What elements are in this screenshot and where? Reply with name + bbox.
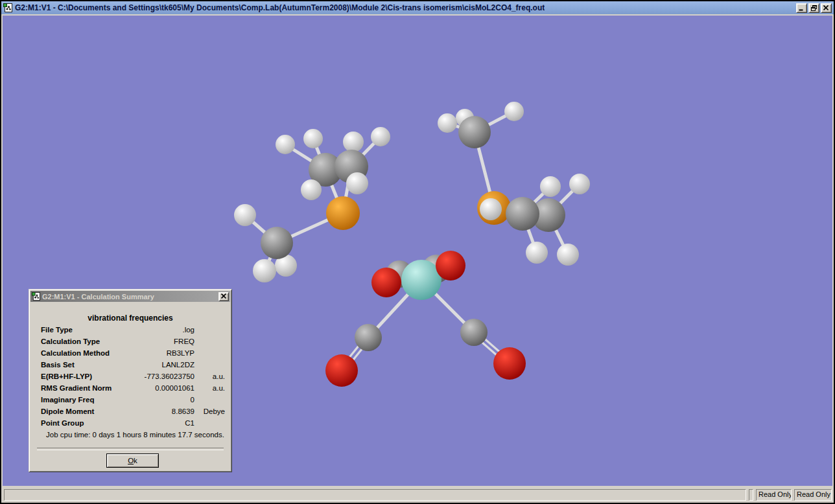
field-label: Calculation Method <box>41 349 117 357</box>
field-value: RB3LYP <box>117 349 194 357</box>
atom-p[interactable] <box>326 196 360 230</box>
atom-h[interactable] <box>504 102 524 121</box>
atom-o[interactable] <box>493 347 526 380</box>
atom-o[interactable] <box>371 268 401 297</box>
window-titlebar[interactable]: G2:M1:V1 - C:\Documents and Settings\tk6… <box>1 1 834 14</box>
restore-button[interactable] <box>808 3 819 13</box>
field-value: C1 <box>117 419 194 427</box>
dialog-close-button[interactable] <box>218 292 229 301</box>
atom-h[interactable] <box>343 132 364 152</box>
minimize-button[interactable] <box>796 3 807 13</box>
atom-c[interactable] <box>506 197 539 231</box>
field-label: Point Group <box>41 419 117 427</box>
field-unit: Debye <box>194 407 225 415</box>
atom-h[interactable] <box>276 135 295 154</box>
atom-mo[interactable] <box>401 260 441 300</box>
atom-h[interactable] <box>234 204 256 226</box>
calculation-summary-dialog: G2:M1:V1 - Calculation Summary vibration… <box>29 289 232 472</box>
atom-h[interactable] <box>526 242 548 264</box>
atom-h[interactable] <box>480 198 502 220</box>
app-icon <box>3 3 12 12</box>
status-message-panel <box>4 489 746 501</box>
dialog-icon <box>32 292 40 301</box>
field-label: E(RB+HF-LYP) <box>41 372 117 380</box>
dialog-separator <box>37 448 224 450</box>
status-bar: Read Only Read Only <box>1 487 834 503</box>
field-label: Imaginary Freq <box>41 396 117 404</box>
atom-h[interactable] <box>371 127 390 146</box>
ok-button[interactable]: Ok <box>106 453 159 468</box>
field-value: 0.00001061 <box>117 384 194 392</box>
field-label: File Type <box>41 326 117 334</box>
field-value: LANL2DZ <box>117 361 194 369</box>
summary-row: RMS Gradient Norm0.00001061a.u. <box>29 382 231 394</box>
field-label: Calculation Type <box>41 338 117 345</box>
atom-c[interactable] <box>460 319 488 346</box>
field-unit: a.u. <box>194 384 225 392</box>
summary-row: Calculation TypeFREQ <box>29 336 231 347</box>
field-value: 0 <box>117 396 194 404</box>
field-value: .log <box>117 326 194 334</box>
summary-row: Imaginary Freq0 <box>29 394 231 406</box>
summary-row: File Type.log <box>29 324 231 336</box>
cpu-time-line: Job cpu time: 0 days 1 hours 8 minutes 1… <box>29 429 231 441</box>
summary-row: E(RB+HF-LYP)-773.36023750a.u. <box>29 371 231 382</box>
ok-button-label: Ok <box>107 457 158 464</box>
atom-h[interactable] <box>303 129 323 148</box>
summary-row: Calculation MethodRB3LYP <box>29 347 231 359</box>
summary-row: Point GroupC1 <box>29 417 231 429</box>
screen: G2:M1:V1 - C:\Documents and Settings\tk6… <box>0 0 835 504</box>
field-label: Basis Set <box>41 361 117 369</box>
status-readonly-2: Read Only <box>794 489 832 501</box>
atom-c[interactable] <box>355 324 382 351</box>
atom-h[interactable] <box>346 172 368 194</box>
atom-o[interactable] <box>325 354 358 387</box>
atom-c[interactable] <box>458 116 491 148</box>
field-label: Dipole Moment <box>41 407 117 415</box>
atom-h[interactable] <box>438 113 457 133</box>
dialog-titlebar[interactable]: G2:M1:V1 - Calculation Summary <box>30 291 230 302</box>
summary-row: Basis SetLANL2DZ <box>29 359 231 371</box>
atom-h[interactable] <box>557 244 579 266</box>
field-value: -773.36023750 <box>117 372 194 380</box>
window-title: G2:M1:V1 - C:\Documents and Settings\tk6… <box>15 3 545 12</box>
atom-h[interactable] <box>301 179 322 200</box>
summary-row: Dipole Moment8.8639Debye <box>29 406 231 417</box>
field-unit: a.u. <box>194 372 225 380</box>
atom-h[interactable] <box>253 259 276 282</box>
atom-h[interactable] <box>540 176 561 197</box>
status-readonly-1: Read Only <box>756 489 792 501</box>
summary-table: File Type.logCalculation TypeFREQCalcula… <box>29 324 231 429</box>
field-value: FREQ <box>117 338 194 345</box>
atom-c[interactable] <box>261 227 293 259</box>
close-button[interactable] <box>821 3 832 13</box>
atom-o[interactable] <box>436 251 465 281</box>
field-value: 8.8639 <box>117 407 194 415</box>
window-controls <box>795 3 832 13</box>
status-separator-panel <box>749 489 753 501</box>
dialog-heading: vibrational frequencies <box>29 314 231 323</box>
atom-h[interactable] <box>569 174 590 194</box>
field-label: RMS Gradient Norm <box>41 384 117 392</box>
dialog-title: G2:M1:V1 - Calculation Summary <box>42 293 154 301</box>
